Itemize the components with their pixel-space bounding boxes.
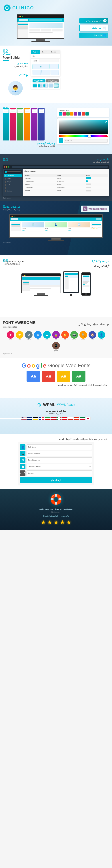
icon-item-camera: 📷 camera <box>70 331 78 340</box>
section-6-fa3: گرافیک درجه ای <box>92 265 109 268</box>
grid-cell-4 <box>50 70 59 75</box>
swatch-blue[interactable] <box>78 112 81 116</box>
font-box-open-sans: Aa <box>42 371 55 382</box>
section-responsive: 06 Responsive Layout Retina Graphics طرا… <box>0 255 112 317</box>
section-6-fa1: طراحی واکنشگرا <box>92 260 109 262</box>
section-11-title: پشتیبانی رافرموش نه و همه جانبه <box>3 507 109 510</box>
theme-strip-5 <box>31 108 38 141</box>
section-6-fa2: و <box>92 262 109 265</box>
section-contact-form: فرم تماس هفت، آماده دریافت پیام های کارب… <box>0 434 112 489</box>
grid-cell-wide: ▦ <box>32 64 49 69</box>
admin-menu-pages: Pages <box>4 180 22 183</box>
icon-item-cloud: ☁ cloud <box>43 331 51 340</box>
col-option-1[interactable] <box>32 84 37 88</box>
star-4: ★ <box>60 519 65 526</box>
columns-modules-panel: COLUMNS MODULES <box>31 78 60 89</box>
icon-item-settings: ⚙ settings <box>25 331 32 340</box>
theme-strip-3 <box>17 108 23 141</box>
pb-tab-2[interactable]: Tab 2 <box>40 50 49 54</box>
section-3-title: پیشرفته گزینه های قالب و تنظیمات <box>3 142 55 147</box>
tablet-device <box>63 271 79 296</box>
section-hero: CLINICO <box>0 0 112 45</box>
captcha-input[interactable] <box>26 470 92 476</box>
ux-label: UX <box>32 55 35 57</box>
phone-input[interactable] <box>26 451 92 456</box>
site-icon: 🌐 <box>103 34 107 37</box>
section-google-fonts: G o o g l e Google Web Fonts Aa Aa Aa Aa… <box>0 358 112 398</box>
page-icon: 📄 <box>102 26 106 30</box>
admin-menu-settings: Settings <box>4 190 22 192</box>
google-e-red: e <box>43 362 46 369</box>
lifesaver-icon: 🛟 <box>3 494 109 505</box>
contact-form: 👤 📞 ✉ 📋 Select Subject x4+r9= ارسال پیام <box>18 442 94 486</box>
section-rating: 🛟 پشتیبانی رافرموش نه و همه جانبه Bigthe… <box>0 489 112 530</box>
swatch-purple[interactable] <box>74 112 77 116</box>
icon-item-phone: 📱 phone <box>52 342 60 351</box>
star-3: ★ <box>53 519 59 526</box>
grid-cell-2 <box>32 70 41 75</box>
theme-strip-1 <box>3 108 9 141</box>
fullname-input[interactable] <box>26 444 92 450</box>
section-11-subtitle: رتبه دهی را فراموش نکنید :) <box>3 515 109 517</box>
section-4-title: پنل مدیریت <box>3 158 109 160</box>
section-number-6: 06 <box>3 258 8 264</box>
swatch-pink[interactable] <box>63 112 66 116</box>
flag-gb <box>27 417 32 420</box>
section-number-5: 05 <box>3 204 8 209</box>
brand-name: CLINICO <box>13 5 34 10</box>
google-o-yellow: o <box>31 362 35 369</box>
section-subtitle-fa: پیشرفته بصری <box>3 65 28 67</box>
grid-cell-1 <box>50 64 59 69</box>
star-5: ★ <box>66 519 71 526</box>
mobile-device <box>81 272 91 296</box>
wpml-name: WPML <box>43 402 55 407</box>
color-swatches-panel: Theme Color <box>57 108 109 117</box>
fa-title: FONT AWESOME <box>3 320 36 325</box>
icon-item-user: 👤 user <box>98 331 105 340</box>
col-option-5[interactable] <box>54 84 59 88</box>
flag-jp <box>86 417 91 420</box>
star-1: ★ <box>41 519 46 526</box>
table-label: Table: <box>32 60 38 62</box>
pb-tab-3[interactable]: Tab 3 <box>49 50 58 54</box>
col-option-4[interactable] <box>48 84 53 88</box>
grid-cell-3 <box>42 70 50 75</box>
icon-item-home: 🏠 home <box>89 331 96 340</box>
wpml-logo-mark: ⊕ <box>37 402 41 408</box>
feature-badge-1: 01 قالب وردپرس پزشکی <box>79 18 108 24</box>
email-input[interactable] <box>26 457 92 463</box>
logo-icon <box>4 4 10 11</box>
bigtheme-watermark-7: Bigtheme.ir <box>3 353 109 355</box>
tab-modules[interactable]: MODULES <box>46 80 59 83</box>
color-picker-panel: #00BCD4 <box>57 118 109 145</box>
pb-tab-1[interactable]: Tab 1 <box>31 50 40 54</box>
section-admin-panel: 04 پنل مدیریت قدرتمند و پیشرفته Dashboar… <box>0 154 112 201</box>
feature-badge-3: 🌐 سایت شما <box>79 33 108 38</box>
font-box-roboto: Aa <box>26 371 40 382</box>
col-option-3[interactable] <box>43 84 48 88</box>
google-l-green: l <box>41 362 42 369</box>
swatch-green[interactable] <box>66 112 70 116</box>
theme-strip-2 <box>10 108 16 141</box>
subject-select[interactable]: Select Subject <box>26 464 92 469</box>
swatch-red[interactable] <box>82 112 85 116</box>
google-g-blue: G <box>21 362 26 369</box>
swatch-cyan[interactable] <box>59 112 62 116</box>
fa-subtitle: Icons Integrated <box>3 326 17 328</box>
section-7-title-fa: فونت مناسب برای ارائه انواع آیکون <box>78 323 109 326</box>
admin-menu-users: Users <box>4 187 22 189</box>
section-wpml: ⊕ WPML WPML Ready امکانات ترجمه سایت با … <box>0 398 112 434</box>
form-icon-subject: 📋 <box>20 464 25 469</box>
swatch-orange[interactable] <box>70 112 73 116</box>
col-option-2[interactable] <box>38 84 43 88</box>
submit-button[interactable]: ارسال پیام <box>20 477 92 483</box>
section-icons: FONT AWESOME Icons Integrated فونت مناسب… <box>0 317 112 358</box>
tab-columns[interactable]: COLUMNS <box>32 80 45 83</box>
section-9-subtitle: با افزونه WPML <box>3 412 109 415</box>
admin-menu-media: Media <box>4 184 22 186</box>
swatch-teal[interactable] <box>86 112 89 116</box>
bigtheme-watermark-4: Bigtheme.ir <box>3 197 11 199</box>
person-avatar: 👨‍💼 <box>8 81 23 95</box>
admin-menu-posts: Posts <box>4 177 22 180</box>
google-o-red: o <box>27 362 31 369</box>
